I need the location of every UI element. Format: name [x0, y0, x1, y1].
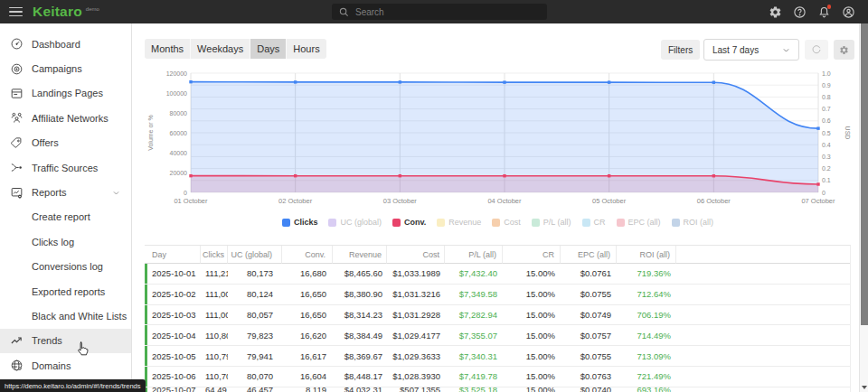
table-cell: 111,00	[201, 305, 228, 325]
sidebar-item-reports[interactable]: Reports	[0, 180, 131, 204]
table-cell: $0.0740	[561, 387, 617, 392]
legend-item-clicks[interactable]: Clicks	[282, 218, 318, 227]
sidebar-item-traffic-sources[interactable]: Traffic Sources	[0, 155, 131, 180]
svg-text:0: 0	[822, 190, 826, 196]
table-cell: $0.0755	[561, 285, 617, 304]
filters-button[interactable]: Filters	[661, 40, 700, 60]
legend-item-cost[interactable]: Cost	[492, 218, 521, 227]
svg-text:120000: 120000	[166, 70, 187, 77]
column-header[interactable]: ROI (all)	[617, 246, 676, 264]
sidebar-item-affiliate-networks[interactable]: Affiliate Networks	[0, 106, 131, 130]
scrollbar-down-arrow[interactable]	[862, 386, 867, 389]
sidebar-item-dashboard[interactable]: Dashboard	[0, 32, 131, 56]
table-cell: $1,033.1989	[387, 264, 445, 284]
account-icon[interactable]	[841, 5, 855, 19]
gear-icon	[839, 45, 849, 55]
table-cell: 110,80	[201, 325, 228, 345]
tab-months[interactable]: Months	[145, 39, 191, 59]
sidebar-item-campaigns[interactable]: Campaigns	[0, 56, 131, 80]
legend-item-epc-all-[interactable]: EPC (all)	[617, 218, 661, 227]
table-cell: 721.49%	[617, 367, 676, 387]
chevron-down-icon	[782, 46, 790, 54]
affiliate-icon	[10, 111, 24, 125]
campaigns-icon	[10, 62, 24, 76]
legend-item-conv-[interactable]: Conv.	[392, 218, 426, 227]
sidebar-item-trends[interactable]: Trends	[0, 329, 131, 353]
svg-text:40000: 40000	[170, 150, 188, 156]
table-cell: 16,617	[282, 346, 333, 366]
legend-swatch	[437, 219, 445, 227]
table-cell: 15.00%	[503, 264, 561, 284]
table-row: 2025-10-03111,0080,05716,650$8,314.23$1,…	[145, 305, 850, 326]
table-cell: $8,384.49	[333, 325, 387, 345]
table-cell: 15.00%	[503, 285, 561, 304]
sidebar-item-domains[interactable]: Domains	[0, 353, 131, 378]
sidebar-item-exported-reports[interactable]: Exported reports	[0, 279, 131, 303]
table-cell: 706.19%	[617, 305, 676, 325]
legend-item-cr[interactable]: CR	[582, 218, 606, 227]
search-placeholder: Search	[355, 7, 384, 17]
tab-days[interactable]: Days	[250, 39, 287, 59]
tab-hours[interactable]: Hours	[287, 39, 326, 59]
sidebar-item-create-report[interactable]: Create report	[0, 205, 131, 229]
filler-cell	[676, 305, 850, 325]
svg-text:0.4: 0.4	[822, 142, 831, 148]
sidebar-item-offers[interactable]: Offers	[0, 131, 131, 155]
column-header[interactable]: Day	[145, 246, 201, 264]
chart-settings-button[interactable]	[834, 40, 854, 60]
table-row: 2025-10-05110,7979,94116,617$8,369.67$1,…	[145, 346, 850, 367]
table-cell: $1,029.3633	[387, 346, 445, 366]
refresh-button[interactable]	[805, 40, 828, 60]
svg-text:02 October: 02 October	[278, 197, 313, 205]
scrollbar[interactable]	[859, 23, 868, 392]
column-header[interactable]: Clicks	[201, 246, 228, 264]
svg-text:Volume or %: Volume or %	[147, 115, 154, 151]
table-cell: $8,369.67	[333, 346, 387, 366]
svg-text:1.0: 1.0	[822, 70, 831, 77]
date-range-select[interactable]: Last 7 days	[703, 39, 799, 61]
menu-icon[interactable]	[9, 7, 23, 17]
search-input[interactable]: Search	[332, 4, 547, 20]
svg-text:04 October: 04 October	[487, 197, 522, 205]
legend-swatch	[532, 219, 540, 227]
trends-table: DayClicksUC (global)Conv.RevenueCostP/L …	[145, 245, 851, 392]
notifications-icon[interactable]	[816, 5, 831, 19]
sidebar-item-conversions-log[interactable]: Conversions log	[0, 255, 131, 279]
sidebar-item-clicks-log[interactable]: Clicks log	[0, 229, 131, 254]
table-cell: 16,680	[282, 264, 333, 284]
tab-weekdays[interactable]: Weekdays	[191, 39, 250, 59]
scrollbar-thumb[interactable]	[861, 23, 868, 325]
table-cell: $8,465.60	[333, 264, 387, 284]
column-header[interactable]: CR	[503, 246, 561, 264]
settings-icon[interactable]	[768, 5, 782, 19]
table-cell: 2025-10-06	[145, 367, 201, 387]
sidebar-item-black-and-white-lists[interactable]: Black and White Lists	[0, 303, 131, 328]
column-header[interactable]: Conv.	[282, 246, 333, 264]
logo: Keitaro	[33, 4, 82, 20]
legend-item-roi-all-[interactable]: ROI (all)	[672, 218, 714, 227]
table-cell: 15.00%	[503, 325, 561, 345]
column-header[interactable]: Cost	[387, 246, 445, 264]
table-cell: $1,031.2928	[387, 305, 445, 325]
table-cell: $0.0757	[561, 325, 617, 345]
legend-item-uc-global-[interactable]: UC (global)	[328, 218, 382, 227]
table-cell: $1,029.4177	[387, 325, 445, 345]
column-header[interactable]: Revenue	[333, 246, 387, 264]
table-cell: 15.00%	[503, 367, 561, 387]
sidebar-item-landings-pages[interactable]: Landings Pages	[0, 81, 131, 106]
legend-label: Conv.	[404, 218, 426, 227]
legend-item-revenue[interactable]: Revenue	[437, 218, 481, 227]
sidebar-item-label: Domains	[32, 360, 71, 371]
help-icon[interactable]	[792, 5, 807, 19]
legend-item-p-l-all-[interactable]: P/L (all)	[532, 218, 571, 227]
column-header[interactable]: P/L (all)	[445, 246, 503, 264]
column-header[interactable]: UC (global)	[228, 246, 282, 264]
topbar: Keitaro demo Search	[0, 0, 868, 23]
column-header[interactable]: EPC (all)	[561, 246, 617, 264]
filler-cell	[676, 264, 850, 284]
table-cell: 80,173	[228, 264, 282, 284]
table-cell: $3,525.18	[445, 387, 503, 392]
table-cell: 46,457	[228, 387, 282, 392]
legend-label: ROI (all)	[684, 218, 714, 227]
table-row: 2025-10-02111,0080,12416,650$8,380.90$1,…	[145, 285, 850, 305]
